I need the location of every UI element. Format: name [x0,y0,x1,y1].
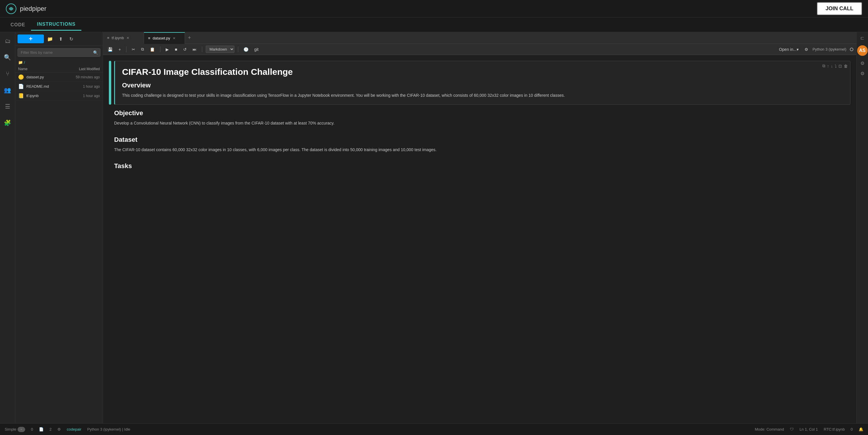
nav-tabs: CODE INSTRUCTIONS [0,18,868,32]
cell-move-btn[interactable]: ⤵ [835,64,837,68]
jupyter-toolbar: 💾 + ✂ ⧉ 📋 ▶ ■ ↺ ⏭ Markdown 🕐 git Open in… [103,44,856,55]
file-row-readme[interactable]: 📄 README.md 1 hour ago [15,82,103,91]
rtc-status: RTC:tf.ipynb [824,427,845,432]
filter-container: 🔍 [15,46,103,59]
tab-dataset-icon: ≡ [148,36,150,40]
tab-add-button[interactable]: + [185,35,194,41]
objective-section: Objective Develop a Convolutional Neural… [109,109,850,126]
app-title: piedpiper [20,5,46,12]
status-right: Mode: Command 🛡 Ln 1, Col 1 RTC:tf.ipynb… [755,427,863,432]
file-row-dataset[interactable]: 🟡 dataset.py 59 minutes ago [15,72,103,82]
file-modified-readme: 1 hour ago [62,85,100,89]
activity-users[interactable]: 👥 [2,85,13,95]
new-file-button[interactable]: + [18,34,44,43]
file-list: 🟡 dataset.py 59 minutes ago 📄 README.md … [15,72,103,101]
mode-command: Mode: Command [755,427,784,432]
shield-icon: 🛡 [790,427,794,432]
tab-bar: ≡ tf.ipynb ✕ ≡ dataset.py ✕ + [103,32,856,44]
file-icon-dataset: 🟡 [18,74,25,80]
cell-delete-btn[interactable]: 🗑 [844,64,848,68]
jt-sep1 [126,46,126,52]
objective-heading: Objective [114,109,850,117]
refresh-button[interactable]: ↻ [67,34,75,43]
rp-settings-icon[interactable]: ⚙ [860,61,865,66]
activity-list[interactable]: ☰ [2,101,13,112]
rp-share-icon[interactable]: ⊏ [860,35,864,41]
tab-tf-label: tf.ipynb [112,36,124,40]
jt-open-in-btn[interactable]: Open in... ▾ [777,46,801,53]
tab-tf[interactable]: ≡ tf.ipynb ✕ [103,32,144,44]
topbar: piedpiper JOIN CALL [0,0,868,18]
count1-item: 0 [31,427,33,432]
cell-copy-btn[interactable]: ⧉ [823,63,825,68]
rp-settings2-icon[interactable]: ⚙ [860,71,865,76]
activity-search[interactable]: 🔍 [2,52,13,63]
filter-input[interactable] [18,48,100,57]
dataset-text: The CIFAR-10 dataset contains 60,000 32x… [114,146,850,153]
count2-item: 2 [50,427,52,432]
tab-dataset-label: dataset.py [153,36,170,40]
cell-down-btn[interactable]: ↓ [831,64,833,68]
tasks-section: Tasks [109,153,850,170]
jt-copy-btn[interactable]: ⧉ [139,45,146,53]
jt-add-btn[interactable]: + [117,46,123,53]
file-row-tf[interactable]: 📒 tf.ipynb 1 hour ago [15,91,103,101]
jt-run-btn[interactable]: ▶ [164,46,170,53]
sidebar: + 📁 ⬆ ↻ 🔍 📁 / Name Last Modified 🟡 datas… [15,32,103,423]
jt-git-btn[interactable]: git [253,46,260,53]
bell-icon[interactable]: 🔔 [859,427,863,432]
nav-tab-instructions[interactable]: INSTRUCTIONS [31,19,81,31]
file-name-dataset: dataset.py [26,75,62,79]
cell-more-btn[interactable]: ⊡ [838,64,842,68]
file-path: 📁 / [15,59,103,66]
file-table-header: Name Last Modified [15,66,103,72]
join-call-button[interactable]: JOIN CALL [817,2,862,15]
jt-stop-btn[interactable]: ■ [173,46,179,53]
editor-area: ≡ tf.ipynb ✕ ≡ dataset.py ✕ + 💾 + ✂ ⧉ 📋 … [103,32,856,423]
user-avatar-top: AS [857,45,868,56]
file-icon-readme: 📄 [18,83,25,89]
tasks-heading: Tasks [114,162,850,170]
code-file-icon: 📄 [39,427,43,432]
settings-status-icon: ⚙ [57,427,61,432]
file-name-readme: README.md [26,84,62,89]
tab-dataset-close[interactable]: ✕ [173,36,176,40]
cell-content-1[interactable]: ⧉ ↑ ↓ ⤵ ⊡ 🗑 CIFAR-10 Image Classificatio… [114,61,850,105]
position-status: Ln 1, Col 1 [800,427,818,432]
overview-heading: Overview [122,81,843,89]
cell-gutter-1 [109,61,111,105]
simple-toggle[interactable]: ⚬ [18,427,25,432]
main-layout: 🗂 🔍 ⑂ 👥 ☰ 🧩 + 📁 ⬆ ↻ 🔍 📁 / Name Last Modi… [0,32,868,423]
upload-button[interactable]: ⬆ [56,34,65,43]
right-panel: ⊏ AS ⚙ ⚙ [856,32,868,423]
nav-tab-code[interactable]: CODE [5,19,31,30]
open-folder-button[interactable]: 📁 [45,34,55,43]
tab-dataset[interactable]: ≡ dataset.py ✕ [144,32,185,44]
kernel-status: Python 3 (ipykernel) | Idle [87,427,130,432]
activity-extensions[interactable]: 🧩 [2,118,13,128]
jt-settings-btn[interactable]: ⚙ [803,46,810,53]
jt-fastforward-btn[interactable]: ⏭ [191,46,198,53]
jt-save-btn[interactable]: 💾 [106,46,115,53]
tab-tf-icon: ≡ [107,36,110,40]
activity-bar: 🗂 🔍 ⑂ 👥 ☰ 🧩 [0,32,15,423]
jt-restart-btn[interactable]: ↺ [181,46,188,53]
file-icon-tf: 📒 [18,93,25,99]
jt-sep3 [202,46,202,52]
cell-toolbar-1: ⧉ ↑ ↓ ⤵ ⊡ 🗑 [823,63,848,68]
jt-cut-btn[interactable]: ✂ [130,46,137,53]
cell-type-select[interactable]: Markdown [206,45,235,53]
tab-tf-close[interactable]: ✕ [126,36,129,40]
activity-explorer[interactable]: 🗂 [2,36,13,46]
jt-clock-btn[interactable]: 🕐 [242,46,250,53]
search-icon: 🔍 [93,50,98,55]
dataset-heading: Dataset [114,136,850,143]
dataset-section: Dataset The CIFAR-10 dataset contains 60… [109,127,850,153]
jt-sep2 [160,46,160,52]
sidebar-toolbar: + 📁 ⬆ ↻ [15,32,103,46]
notebook-content: ⧉ ↑ ↓ ⤵ ⊡ 🗑 CIFAR-10 Image Classificatio… [103,55,856,423]
activity-git[interactable]: ⑂ [2,68,13,79]
overview-text: This coding challenge is designed to tes… [122,92,843,99]
cell-up-btn[interactable]: ↑ [827,64,829,68]
jt-paste-btn[interactable]: 📋 [148,46,157,53]
